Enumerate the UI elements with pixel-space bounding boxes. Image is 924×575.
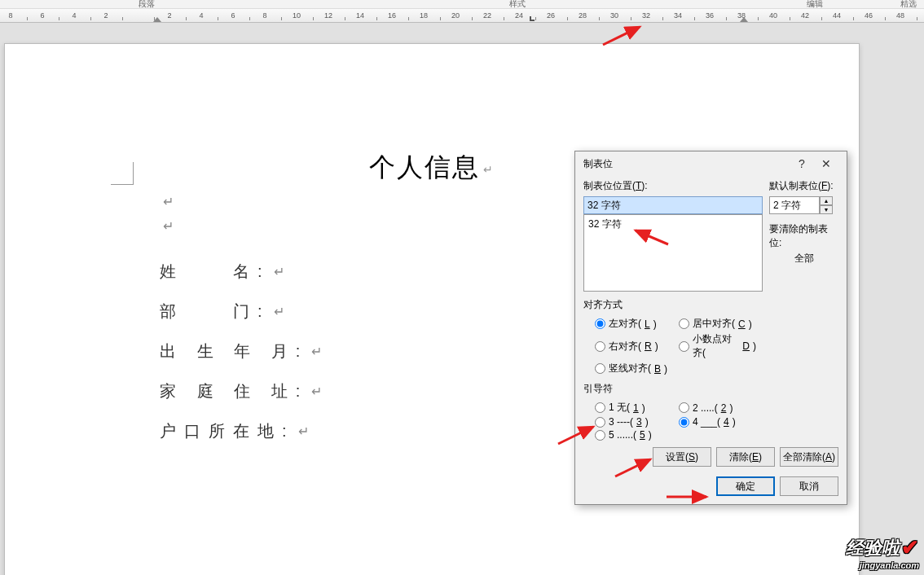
clear-all-button[interactable]: 全部清除(A): [780, 447, 838, 467]
paragraph-mark-icon: ↵: [298, 424, 309, 439]
ok-button[interactable]: 确定: [716, 476, 775, 496]
ruler-mark: 4: [68, 9, 81, 22]
set-button[interactable]: 设置(S): [653, 447, 711, 467]
dialog-titlebar[interactable]: 制表位 ? ✕: [575, 151, 847, 176]
ruler-mark: 14: [354, 9, 367, 22]
paragraph-mark-icon: ↵: [163, 219, 174, 233]
align-left-radio[interactable]: 左对齐(L): [595, 317, 672, 331]
clear-button[interactable]: 清除(E): [716, 447, 775, 467]
check-icon: ✔: [901, 535, 919, 560]
ruler-mark: 34: [671, 9, 684, 22]
paragraph-mark-icon: ↵: [311, 384, 322, 399]
paragraph-mark-icon: ↵: [274, 304, 284, 319]
ruler-mark: 2: [163, 9, 176, 22]
ruler-mark: 46: [862, 9, 875, 22]
clear-all-text: 全部: [769, 252, 838, 266]
paragraph-mark-icon: ↵: [311, 344, 322, 359]
cancel-button[interactable]: 取消: [780, 476, 838, 496]
align-decimal-radio[interactable]: 小数点对齐(D): [679, 332, 756, 360]
help-button[interactable]: ?: [790, 157, 814, 170]
horizontal-ruler[interactable]: 8642246810121416182022242628303234363840…: [0, 8, 924, 23]
ruler-mark: 40: [767, 9, 780, 22]
tab-position-label: 制表位位置(T):: [583, 179, 763, 193]
close-button[interactable]: ✕: [814, 157, 838, 170]
clear-tabs-label: 要清除的制表位:: [769, 222, 838, 250]
ruler-mark: 28: [576, 9, 589, 22]
paragraph-mark-icon: ↵: [163, 195, 174, 208]
paragraph-mark-icon: ↵: [483, 163, 495, 176]
ruler-mark: 48: [894, 9, 907, 22]
ruler-mark: 4: [195, 9, 208, 22]
ruler-mark: 12: [322, 9, 335, 22]
watermark-url: jingyanla.com: [846, 560, 919, 570]
watermark-brand: 经验啦: [846, 536, 900, 560]
dialog-title-text: 制表位: [583, 157, 613, 171]
ruler-mark: 20: [449, 9, 462, 22]
leader-5-radio[interactable]: 5 ......(5): [595, 429, 672, 441]
ruler-mark: 26: [544, 9, 557, 22]
ruler-mark: 44: [830, 9, 843, 22]
watermark: 经验啦 ✔ jingyanla.com: [846, 535, 919, 570]
tabs-dialog: 制表位 ? ✕ 制表位位置(T): 32 字符 默认制表位(F): ▲ ▼: [574, 151, 847, 505]
ruler-mark: 18: [417, 9, 430, 22]
alignment-group-label: 对齐方式: [583, 298, 838, 312]
ruler-mark: 36: [703, 9, 716, 22]
ruler-mark: 38: [735, 9, 748, 22]
ruler-mark: 8: [4, 9, 17, 22]
default-tab-input[interactable]: [769, 196, 820, 214]
ruler-mark: 30: [608, 9, 621, 22]
leader-2-radio[interactable]: 2 .....(2): [679, 401, 756, 415]
tab-position-listbox[interactable]: 32 字符: [583, 214, 763, 292]
ruler-mark: [131, 9, 144, 22]
ruler-mark: 10: [290, 9, 303, 22]
ruler-mark: 22: [481, 9, 494, 22]
left-indent-marker[interactable]: [153, 14, 161, 22]
leader-group-label: 引导符: [583, 382, 838, 396]
ruler-mark: 42: [799, 9, 812, 22]
spinner-up-button[interactable]: ▲: [820, 196, 833, 205]
paragraph-mark-icon: ↵: [274, 264, 284, 279]
align-center-radio[interactable]: 居中对齐(C): [679, 317, 756, 331]
leader-1-radio[interactable]: 1 无(1): [595, 401, 672, 415]
ruler-mark: 6: [36, 9, 49, 22]
ruler-mark: 24: [513, 9, 526, 22]
leader-4-radio[interactable]: 4 ___(4): [679, 416, 756, 428]
list-item[interactable]: 32 字符: [586, 217, 760, 232]
default-tab-label: 默认制表位(F):: [769, 179, 838, 193]
tab-position-input[interactable]: [583, 196, 763, 214]
spinner-down-button[interactable]: ▼: [820, 205, 833, 214]
ruler-mark: 2: [99, 9, 112, 22]
leader-3-radio[interactable]: 3 ----(3): [595, 416, 672, 428]
align-right-radio[interactable]: 右对齐(R): [595, 332, 672, 360]
ruler-mark: 6: [227, 9, 240, 22]
align-bar-radio[interactable]: 竖线对齐(B): [595, 362, 672, 375]
toolbar-group-labels: 段落 样式 编辑 精选: [0, 0, 924, 8]
title-text: 个人信息: [369, 152, 480, 182]
ruler-mark: 16: [385, 9, 398, 22]
ruler-mark: 32: [640, 9, 653, 22]
ruler-mark: 8: [258, 9, 271, 22]
tab-stop-marker[interactable]: [530, 16, 535, 21]
